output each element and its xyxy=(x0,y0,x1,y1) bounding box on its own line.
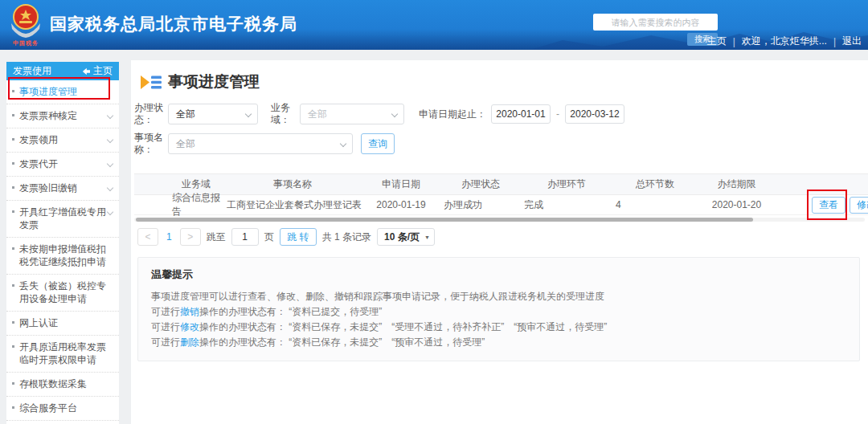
total-records-label: 共 1 条记录 xyxy=(322,230,371,244)
back-arrow-icon xyxy=(81,67,91,75)
page-title-row: 事项进度管理 xyxy=(141,71,868,92)
chevron-down-icon xyxy=(107,161,113,167)
tips-line-modify: 可进行修改操作的办理状态有： “资料已保存，未提交” “受理不通过，待补齐补正”… xyxy=(151,320,846,335)
sidebar-item-label: 开具红字增值税专用发票 xyxy=(19,206,106,230)
current-page-number[interactable]: 1 xyxy=(164,231,174,243)
sidebar-item[interactable]: 开具红字增值税专用发票 xyxy=(6,201,119,238)
matter-name-filter-select[interactable]: 全部 xyxy=(168,133,353,154)
date-range-separator: - xyxy=(556,108,559,120)
sidebar-item[interactable]: 发票验旧缴销 xyxy=(6,177,119,201)
view-button[interactable]: 查看 xyxy=(812,197,845,214)
sidebar: 发票使用 主页 事项进度管理 发票票种核定 发票领用 xyxy=(6,62,119,424)
modify-button[interactable]: 修改 xyxy=(850,197,868,214)
next-page-button[interactable]: > xyxy=(180,228,201,246)
domain-filter-label: 业务域： xyxy=(271,102,297,126)
status-filter-select[interactable]: 全部 xyxy=(168,104,258,124)
cell-actions: 查看 修改 xyxy=(776,195,868,215)
tip-prefix: 可进行 xyxy=(151,336,180,348)
filter-bar: 办理状态： 全部 业务域： 全部 申请日期起止： - 事项名称： 全部 xyxy=(134,102,868,156)
page-title-icon xyxy=(141,74,162,91)
sidebar-item[interactable]: 事项进度管理 xyxy=(6,80,119,104)
tips-panel: 温馨提示 事项进度管理可以进行查看、修改、删除、撤销和跟踪事项申请记录，便于纳税… xyxy=(137,257,860,361)
date-from-input[interactable] xyxy=(491,104,551,124)
chevron-down-icon xyxy=(107,112,113,119)
tax-emblem-logo: 中国税务 xyxy=(6,2,45,49)
main-panel: 事项进度管理 办理状态： 全部 业务域： 全部 申请日期起止： - xyxy=(131,60,868,424)
search-input[interactable] xyxy=(593,14,718,31)
cell-apply-date: 2020-01-19 xyxy=(362,195,440,215)
jump-page-input[interactable] xyxy=(231,228,259,246)
bullet-icon xyxy=(12,382,14,385)
tip-suffix: 操作的办理状态有： “资料已保存，未提交” “受理不通过，待补齐补正” “预审不… xyxy=(199,321,607,332)
horizontal-scrollbar[interactable] xyxy=(134,218,865,222)
sidebar-item-label: 发票验旧缴销 xyxy=(19,182,77,194)
tips-line-delete: 可进行删除操作的办理状态有： “资料已保存，未提交” “预审不通过，待受理” xyxy=(151,335,846,350)
caret-down-icon: ▼ xyxy=(424,234,430,240)
bullet-icon xyxy=(12,345,14,348)
tip-action-delete: 删除 xyxy=(180,336,199,348)
sidebar-item[interactable]: 综合服务平台 xyxy=(6,397,119,421)
sidebar-item[interactable]: 发票代开 xyxy=(6,153,119,177)
pagination: < 1 > 跳至 页 跳转 共 1 条记录 10 条/页 ▼ xyxy=(137,228,868,246)
matter-name-filter-label: 事项名称： xyxy=(134,132,165,156)
page-size-select[interactable]: 10 条/页 ▼ xyxy=(377,228,435,246)
cell-business-domain: 综合信息报告 xyxy=(169,195,223,215)
sidebar-item-label: 发票代开 xyxy=(19,158,58,169)
sidebar-item[interactable]: 未按期申报增值税扣税凭证继续抵扣申请 xyxy=(6,238,119,275)
scrollbar-thumb[interactable] xyxy=(136,218,753,222)
back-to-home-button[interactable]: 主页 xyxy=(81,64,113,78)
chevron-down-icon xyxy=(340,141,346,147)
sidebar-item-label: 开具原适用税率发票临时开票权限申请 xyxy=(19,341,106,365)
sidebar-item[interactable]: 发票票种核定 xyxy=(6,104,119,128)
bullet-icon xyxy=(12,162,14,165)
table-row: 综合信息报告 工商登记企业套餐式办理登记表 2020-01-19 办理成功 完成… xyxy=(134,195,868,215)
nav-separator: | xyxy=(733,36,735,47)
cell-deadline: 2020-01-20 xyxy=(698,195,776,215)
app-title: 国家税务总局北京市电子税务局 xyxy=(50,13,297,35)
bullet-icon xyxy=(12,138,14,141)
cell-status: 办理成功 xyxy=(440,195,521,215)
bullet-icon xyxy=(12,90,14,92)
home-link[interactable]: 主页 xyxy=(707,35,727,48)
column-header-empty xyxy=(134,174,169,194)
date-range-label: 申请日期起止： xyxy=(419,108,486,120)
bullet-icon xyxy=(12,406,14,409)
filter-row-2: 事项名称： 全部 查询 xyxy=(134,132,868,156)
sidebar-category-label: 发票使用 xyxy=(13,64,51,78)
chevron-down-icon xyxy=(107,209,113,215)
jump-button[interactable]: 跳转 xyxy=(280,228,317,246)
sidebar-item-label: 综合服务平台 xyxy=(19,402,77,414)
tips-line-revoke: 可进行撤销操作的办理状态有： “资料已提交，待受理” xyxy=(151,304,846,320)
sidebar-item[interactable]: 开具原适用税率发票临时开票权限申请 xyxy=(6,336,119,373)
status-filter-value: 全部 xyxy=(176,108,195,121)
column-header: 办结期限 xyxy=(698,174,776,194)
sidebar-item[interactable]: 丢失（被盗）税控专用设备处理申请 xyxy=(6,275,119,312)
prev-page-button[interactable]: < xyxy=(137,228,158,246)
sidebar-item[interactable]: 海关缴款书核查申请 xyxy=(6,421,119,424)
chevron-down-icon xyxy=(107,137,113,143)
query-button[interactable]: 查询 xyxy=(361,133,395,154)
logo-caption: 中国税务 xyxy=(6,39,45,47)
sidebar-item[interactable]: 发票领用 xyxy=(6,128,119,153)
sidebar-item[interactable]: 存根联数据采集 xyxy=(6,373,119,397)
page-title: 事项进度管理 xyxy=(168,71,260,92)
app-window: 中国税务 国家税务总局北京市电子税务局 搜索 主页 | 欢迎，北京炬华拱... … xyxy=(0,0,868,424)
cell-total-steps: 4 xyxy=(612,195,698,215)
matter-name-filter-value: 全部 xyxy=(176,137,195,151)
jump-to-label: 跳至 xyxy=(207,230,226,244)
page-size-value: 10 条/页 xyxy=(384,230,420,244)
table-header-row: 业务域 事项名称 申请日期 办理状态 办理环节 总环节数 办结期限 xyxy=(134,173,868,195)
column-header-actions xyxy=(776,174,868,194)
cell-step: 完成 xyxy=(521,195,612,215)
sidebar-item[interactable]: 网上认证 xyxy=(6,312,119,336)
domain-filter-select[interactable]: 全部 xyxy=(300,104,404,124)
logout-link[interactable]: 退出 xyxy=(842,35,862,48)
bullet-icon xyxy=(12,186,14,189)
column-header: 事项名称 xyxy=(223,174,362,194)
date-to-input[interactable] xyxy=(565,104,624,124)
bullet-icon xyxy=(12,210,14,213)
page-unit-label: 页 xyxy=(264,230,274,244)
column-header: 申请日期 xyxy=(362,174,440,194)
column-header: 办理环节 xyxy=(521,174,612,194)
back-home-label: 主页 xyxy=(93,64,113,78)
